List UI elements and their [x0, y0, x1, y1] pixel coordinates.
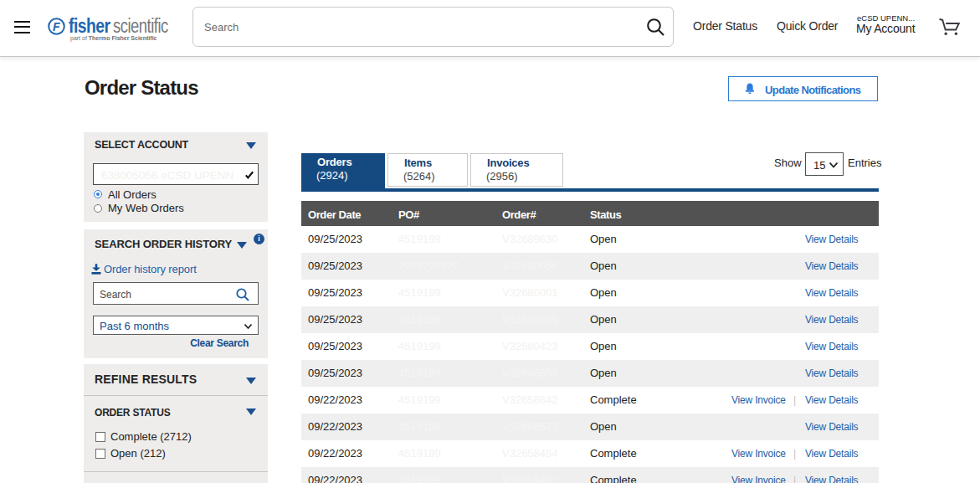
svg-text:F: F — [53, 20, 60, 33]
